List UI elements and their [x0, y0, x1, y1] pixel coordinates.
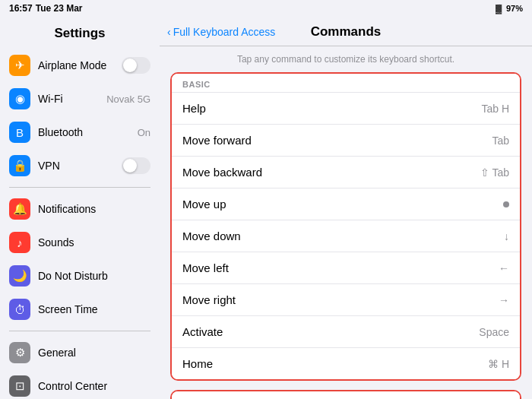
- sidebar-item-controlcenter[interactable]: ⊡Control Center: [0, 369, 160, 399]
- command-name: Move right: [182, 293, 236, 306]
- sidebar-item-label-sounds: Sounds: [38, 236, 150, 249]
- status-indicators: ▓ 97%: [496, 4, 523, 13]
- sidebar-item-label-general: General: [38, 347, 150, 359]
- sidebar-item-screentime[interactable]: ⏱Screen Time: [0, 293, 160, 326]
- airplane-icon: ✈: [9, 55, 30, 76]
- controlcenter-icon: ⊡: [9, 375, 30, 397]
- command-shortcut: Space: [479, 326, 509, 338]
- section-header-basic: BASIC: [172, 74, 520, 92]
- section-basic: BASICHelpTab HMove forwardTabMove backwa…: [170, 72, 521, 381]
- bluetooth-icon: B: [9, 122, 30, 143]
- sidebar: Settings ✈Airplane Mode◉Wi-FiNovak 5GBBl…: [0, 17, 160, 399]
- command-name: Activate: [182, 325, 223, 338]
- command-row[interactable]: Move up: [172, 188, 520, 220]
- command-shortcut: ←: [499, 262, 509, 274]
- command-dot: [503, 201, 509, 207]
- sidebar-item-bluetooth[interactable]: BBluetoothOn: [0, 116, 160, 149]
- content-area: ‹ Full Keyboard Access Commands Tap any …: [160, 17, 532, 399]
- sidebar-title: Settings: [0, 20, 160, 49]
- vpn-icon: 🔒: [9, 155, 30, 176]
- command-name: Move forward: [182, 134, 252, 147]
- command-name: Move left: [182, 261, 229, 274]
- command-shortcut: ↓: [504, 230, 509, 242]
- sidebar-item-label-screentime: Screen Time: [38, 303, 150, 315]
- content-title: Commands: [311, 24, 382, 40]
- command-shortcut: ⇧ Tab: [480, 166, 509, 179]
- main-layout: Settings ✈Airplane Mode◉Wi-FiNovak 5GBBl…: [0, 17, 532, 399]
- sidebar-item-vpn[interactable]: 🔒VPN: [0, 149, 160, 182]
- command-name: Move up: [182, 198, 226, 211]
- content-header: ‹ Full Keyboard Access Commands: [160, 17, 532, 46]
- sidebar-items-container: ✈Airplane Mode◉Wi-FiNovak 5GBBluetoothOn…: [0, 49, 160, 399]
- sidebar-item-label-donotdisturb: Do Not Disturb: [38, 270, 150, 282]
- sidebar-divider: [9, 187, 150, 188]
- sidebar-item-label-vpn: VPN: [38, 160, 114, 172]
- command-row[interactable]: HelpTab H: [172, 92, 520, 124]
- command-name: Help: [182, 102, 206, 115]
- command-row[interactable]: Move forwardTab: [172, 124, 520, 156]
- sidebar-item-label-airplane: Airplane Mode: [38, 59, 114, 71]
- donotdisturb-icon: 🌙: [9, 265, 30, 287]
- screentime-icon: ⏱: [9, 299, 30, 320]
- sidebar-item-label-controlcenter: Control Center: [38, 380, 150, 392]
- command-name: Move down: [182, 230, 241, 242]
- command-name: Home: [182, 357, 213, 370]
- command-row[interactable]: Move right→: [172, 283, 520, 315]
- sidebar-item-label-notifications: Notifications: [38, 203, 150, 215]
- command-row[interactable]: ActivateSpace: [172, 315, 520, 347]
- command-name: Move backward: [182, 166, 262, 179]
- command-shortcut: Tab: [492, 135, 509, 147]
- sounds-icon: ♪: [9, 232, 30, 253]
- status-bar: 16:57 Tue 23 Mar ▓ 97%: [0, 0, 532, 17]
- command-shortcut: ⌘ H: [488, 358, 509, 370]
- back-button[interactable]: ‹ Full Keyboard Access: [167, 26, 275, 38]
- airplane-toggle[interactable]: [122, 57, 150, 74]
- wifi-value: Novak 5G: [106, 93, 150, 105]
- battery-level: 97%: [506, 4, 523, 13]
- bluetooth-value: On: [138, 127, 150, 138]
- status-date: Tue 23 Mar: [36, 3, 83, 14]
- sidebar-item-donotdisturb[interactable]: 🌙Do Not Disturb: [0, 259, 160, 293]
- commands-area: Tap any command to customize its keyboar…: [160, 46, 532, 399]
- status-time: 16:57: [9, 3, 33, 14]
- sidebar-item-airplane[interactable]: ✈Airplane Mode: [0, 49, 160, 82]
- general-icon: ⚙: [9, 342, 30, 363]
- sidebar-item-wifi[interactable]: ◉Wi-FiNovak 5G: [0, 82, 160, 116]
- section-movement: MOVEMENTMove forwardTabMove backward⇧ Ta…: [170, 390, 521, 399]
- vpn-toggle[interactable]: [122, 157, 150, 174]
- command-shortcut: →: [499, 294, 509, 306]
- command-row[interactable]: Move left←: [172, 252, 520, 283]
- battery-icon: ▓: [496, 4, 502, 13]
- sidebar-divider: [9, 331, 150, 331]
- sidebar-item-general[interactable]: ⚙General: [0, 336, 160, 369]
- command-row[interactable]: Move backward⇧ Tab: [172, 156, 520, 188]
- sidebar-item-notifications[interactable]: 🔔Notifications: [0, 192, 160, 226]
- hint-text: Tap any command to customize its keyboar…: [170, 54, 521, 65]
- notifications-icon: 🔔: [9, 198, 30, 220]
- command-shortcut: Tab H: [481, 103, 509, 115]
- wifi-icon: ◉: [9, 88, 30, 109]
- back-label: Full Keyboard Access: [173, 26, 276, 38]
- sidebar-item-label-bluetooth: Bluetooth: [38, 126, 130, 138]
- sidebar-item-label-wifi: Wi-Fi: [38, 93, 99, 105]
- chevron-left-icon: ‹: [167, 26, 171, 38]
- sidebar-item-sounds[interactable]: ♪Sounds: [0, 226, 160, 259]
- section-header-movement: MOVEMENT: [172, 391, 520, 399]
- command-row[interactable]: Home⌘ H: [172, 347, 520, 379]
- command-row[interactable]: Move down↓: [172, 220, 520, 252]
- status-time-date: 16:57 Tue 23 Mar: [9, 3, 83, 14]
- commands-sections-container: BASICHelpTab HMove forwardTabMove backwa…: [170, 72, 521, 399]
